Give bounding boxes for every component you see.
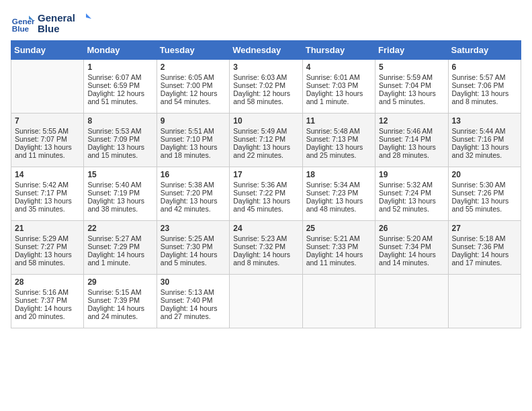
day-number: 6 — [452, 62, 517, 72]
cell-info-line: Daylight: 12 hours — [161, 89, 226, 97]
cell-info-line: and 11 minutes. — [15, 151, 80, 159]
cell-info-line: Daylight: 14 hours — [233, 250, 298, 259]
cell-info-line: Sunset: 7:12 PM — [233, 135, 298, 143]
calendar-cell: 6Sunrise: 5:57 AMSunset: 7:06 PMDaylight… — [448, 60, 521, 113]
cell-info-line: Sunrise: 5:29 AM — [15, 234, 80, 242]
calendar-cell: 20Sunrise: 5:30 AMSunset: 7:26 PMDayligh… — [448, 167, 521, 221]
cell-info-line: and 27 minutes. — [161, 312, 226, 320]
cell-info-line: and 25 minutes. — [306, 151, 371, 159]
calendar-cell: 11Sunrise: 5:48 AMSunset: 7:13 PMDayligh… — [302, 113, 375, 167]
day-number: 17 — [233, 170, 298, 179]
cell-info-line: and 5 minutes. — [161, 259, 226, 267]
calendar-cell: 7Sunrise: 5:55 AMSunset: 7:07 PMDaylight… — [11, 113, 84, 167]
cell-info-line: Sunrise: 5:51 AM — [161, 127, 226, 135]
cell-info-line: Daylight: 13 hours — [233, 197, 298, 205]
cell-info-line: Sunset: 7:16 PM — [452, 135, 517, 143]
cell-info-line: Sunset: 7:17 PM — [15, 189, 80, 197]
cell-info-line: and 20 minutes. — [15, 312, 80, 320]
calendar-cell — [302, 275, 375, 328]
calendar-cell: 15Sunrise: 5:40 AMSunset: 7:19 PMDayligh… — [84, 167, 157, 221]
calendar-cell: 28Sunrise: 5:16 AMSunset: 7:37 PMDayligh… — [11, 275, 84, 328]
cell-info-line: Sunrise: 5:18 AM — [452, 234, 517, 242]
day-number: 30 — [161, 277, 226, 287]
calendar-cell: 10Sunrise: 5:49 AMSunset: 7:12 PMDayligh… — [230, 113, 302, 167]
cell-info-line: and 58 minutes. — [233, 97, 298, 105]
day-number: 5 — [379, 62, 444, 72]
cell-info-line: Sunset: 7:36 PM — [452, 242, 517, 250]
svg-text:General: General — [38, 12, 75, 24]
calendar-cell: 27Sunrise: 5:18 AMSunset: 7:36 PMDayligh… — [448, 221, 521, 275]
calendar-cell: 25Sunrise: 5:21 AMSunset: 7:33 PMDayligh… — [302, 221, 375, 275]
cell-info-line: Sunrise: 6:01 AM — [306, 73, 371, 81]
cell-info-line: Sunrise: 6:07 AM — [87, 73, 152, 81]
cell-info-line: Sunset: 7:19 PM — [87, 189, 152, 197]
cell-info-line: Sunset: 7:27 PM — [15, 242, 80, 250]
cell-info-line: and 32 minutes. — [452, 151, 517, 159]
cell-info-line: Sunrise: 5:36 AM — [233, 181, 298, 189]
day-number: 24 — [233, 224, 298, 233]
day-number: 21 — [15, 224, 80, 233]
cell-info-line: Daylight: 13 hours — [161, 143, 226, 151]
cell-info-line: Sunset: 7:07 PM — [15, 135, 80, 143]
cell-info-line: Sunset: 7:00 PM — [161, 81, 226, 89]
day-number: 22 — [87, 224, 152, 233]
calendar-cell: 13Sunrise: 5:44 AMSunset: 7:16 PMDayligh… — [448, 113, 521, 167]
cell-info-line: Daylight: 12 hours — [233, 89, 298, 97]
cell-info-line: Sunset: 7:29 PM — [87, 242, 152, 250]
cell-info-line: Daylight: 13 hours — [15, 143, 80, 151]
cell-info-line: and 54 minutes. — [161, 97, 226, 105]
weekday-header: Saturday — [448, 41, 521, 60]
cell-info-line: Sunrise: 5:15 AM — [87, 288, 152, 296]
cell-info-line: Sunset: 7:22 PM — [233, 189, 298, 197]
cell-info-line: Sunset: 7:14 PM — [379, 135, 444, 143]
cell-info-line: Sunrise: 5:46 AM — [379, 127, 444, 135]
cell-info-line: Daylight: 13 hours — [379, 143, 444, 151]
cell-info-line: Sunset: 7:23 PM — [306, 189, 371, 197]
cell-info-line: and 17 minutes. — [452, 259, 517, 267]
day-number: 9 — [161, 116, 226, 126]
day-number: 20 — [452, 170, 517, 179]
calendar-cell: 9Sunrise: 5:51 AMSunset: 7:10 PMDaylight… — [157, 113, 229, 167]
cell-info-line: Daylight: 13 hours — [15, 250, 80, 259]
cell-info-line: Sunset: 7:33 PM — [306, 242, 371, 250]
day-number: 27 — [452, 224, 517, 233]
cell-info-line: Daylight: 14 hours — [15, 304, 80, 312]
cell-info-line: Daylight: 13 hours — [87, 197, 152, 205]
svg-text:Blue: Blue — [12, 24, 30, 33]
cell-info-line: Sunrise: 5:30 AM — [452, 181, 517, 189]
cell-info-line: and 8 minutes. — [452, 97, 517, 105]
calendar-cell — [230, 275, 302, 328]
weekday-header: Thursday — [302, 41, 375, 60]
cell-info-line: Sunrise: 5:59 AM — [379, 73, 444, 81]
cell-info-line: and 38 minutes. — [87, 205, 152, 213]
cell-info-line: Daylight: 14 hours — [379, 250, 444, 259]
cell-info-line: Sunset: 7:02 PM — [233, 81, 298, 89]
cell-info-line: Sunrise: 5:16 AM — [15, 288, 80, 296]
cell-info-line: Daylight: 13 hours — [15, 197, 80, 205]
cell-info-line: Daylight: 14 hours — [161, 304, 226, 312]
calendar-cell: 2Sunrise: 6:05 AMSunset: 7:00 PMDaylight… — [157, 60, 229, 113]
day-number: 10 — [233, 116, 298, 126]
cell-info-line: Daylight: 14 hours — [306, 250, 371, 259]
weekday-header: Monday — [84, 41, 157, 60]
day-number: 15 — [87, 170, 152, 179]
calendar-cell: 4Sunrise: 6:01 AMSunset: 7:03 PMDaylight… — [302, 60, 375, 113]
weekday-header: Tuesday — [157, 41, 229, 60]
cell-info-line: Daylight: 13 hours — [452, 197, 517, 205]
calendar-cell: 30Sunrise: 5:13 AMSunset: 7:40 PMDayligh… — [157, 275, 229, 328]
cell-info-line: and 48 minutes. — [306, 205, 371, 213]
calendar-cell: 18Sunrise: 5:34 AMSunset: 7:23 PMDayligh… — [302, 167, 375, 221]
day-number: 28 — [15, 277, 80, 287]
cell-info-line: Daylight: 13 hours — [306, 89, 371, 97]
cell-info-line: Sunrise: 5:44 AM — [452, 127, 517, 135]
day-number: 16 — [161, 170, 226, 179]
day-number: 4 — [306, 62, 371, 72]
cell-info-line: and 8 minutes. — [233, 259, 298, 267]
calendar-cell: 24Sunrise: 5:23 AMSunset: 7:32 PMDayligh… — [230, 221, 302, 275]
cell-info-line: Daylight: 13 hours — [379, 197, 444, 205]
day-number: 19 — [379, 170, 444, 179]
cell-info-line: Sunset: 7:30 PM — [161, 242, 226, 250]
cell-info-line: Sunrise: 5:42 AM — [15, 181, 80, 189]
calendar-cell: 26Sunrise: 5:20 AMSunset: 7:34 PMDayligh… — [375, 221, 448, 275]
cell-info-line: Sunrise: 5:55 AM — [15, 127, 80, 135]
